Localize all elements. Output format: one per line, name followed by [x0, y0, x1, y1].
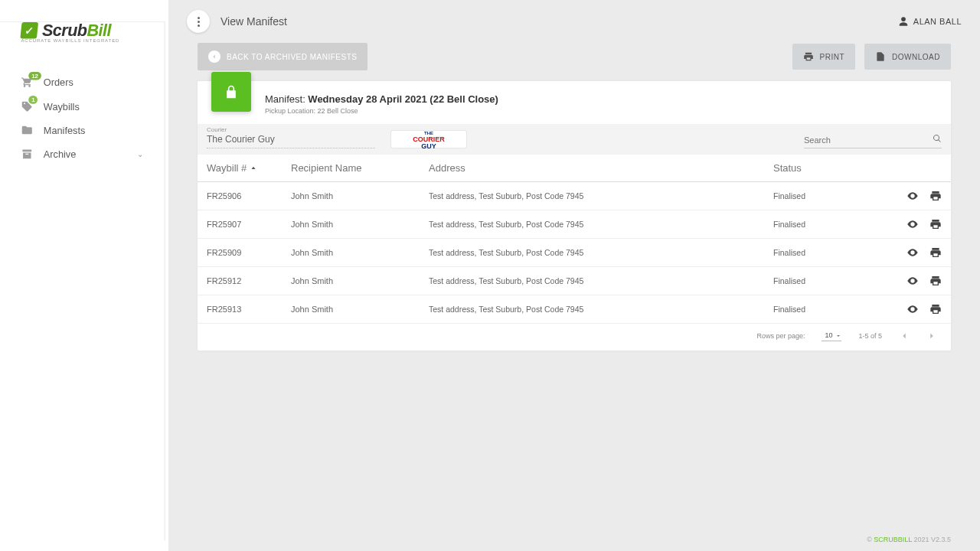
download-icon	[875, 51, 886, 62]
main: View Manifest ALAN BALL BACK TO ARCHIVED…	[168, 0, 980, 551]
table-row: FR25909John SmithTest address, Test Subu…	[198, 239, 951, 267]
logo-text: ScrubBill	[42, 21, 111, 40]
archive-icon	[21, 148, 33, 161]
cell-recipient: John Smith	[291, 305, 413, 314]
cell-address: Test address, Test Suburb, Post Code 794…	[413, 191, 773, 201]
print-icon[interactable]	[929, 275, 942, 287]
sidebar: ✓ ScrubBill ACCURATE WAYBILLS INTEGRATED…	[0, 21, 165, 540]
table-row: FR25907John SmithTest address, Test Subu…	[198, 210, 951, 239]
table-row: FR25912John SmithTest address, Test Subu…	[198, 267, 951, 295]
more-vertical-icon	[198, 17, 200, 27]
lock-icon	[211, 72, 251, 112]
print-button[interactable]: PRINT	[792, 44, 856, 70]
chevron-down-icon: ⌄	[137, 150, 143, 158]
person-icon	[898, 16, 909, 27]
action-row: BACK TO ARCHIVED MANIFESTS PRINT DOWNLOA…	[168, 43, 980, 81]
brand-logo: ✓ ScrubBill ACCURATE WAYBILLS INTEGRATED	[0, 21, 165, 55]
table-row: FR25913John SmithTest address, Test Subu…	[198, 295, 951, 324]
sidebar-item-archive[interactable]: Archive ⌄	[0, 142, 165, 166]
sidebar-item-label: Manifests	[44, 125, 86, 136]
cell-status: Finalised	[773, 191, 873, 201]
view-icon[interactable]	[906, 303, 919, 315]
col-status[interactable]: Status	[773, 162, 873, 174]
print-icon[interactable]	[929, 246, 942, 259]
view-icon[interactable]	[906, 246, 919, 259]
pager-range: 1-5 of 5	[858, 332, 882, 340]
topbar: View Manifest ALAN BALL	[168, 0, 980, 43]
pager-prev	[899, 331, 910, 341]
cell-recipient: John Smith	[291, 191, 413, 201]
manifest-title: Manifest: Wednesday 28 April 2021 (22 Be…	[265, 93, 498, 105]
print-icon[interactable]	[929, 218, 942, 230]
cell-status: Finalised	[773, 276, 873, 285]
pager-next	[926, 331, 937, 341]
cell-waybill: FR25909	[207, 248, 291, 257]
footer: © SCRUBBILL 2021 V2.3.5	[168, 528, 980, 551]
cell-address: Test address, Test Suburb, Post Code 794…	[413, 305, 773, 314]
back-button[interactable]: BACK TO ARCHIVED MANIFESTS	[198, 43, 368, 70]
cell-waybill: FR25913	[207, 305, 291, 314]
table-row: FR25906John SmithTest address, Test Subu…	[198, 182, 951, 210]
rows-per-page-select[interactable]: 10	[822, 330, 841, 341]
view-icon[interactable]	[906, 275, 919, 287]
view-icon[interactable]	[906, 218, 919, 230]
print-icon[interactable]	[929, 190, 942, 202]
courier-select[interactable]: Courier The Courier Guy	[207, 132, 375, 148]
cell-recipient: John Smith	[291, 220, 413, 229]
cell-recipient: John Smith	[291, 276, 413, 285]
folder-icon	[21, 124, 33, 136]
print-icon	[803, 51, 814, 62]
cell-status: Finalised	[773, 220, 873, 229]
cell-waybill: FR25912	[207, 276, 291, 285]
cell-status: Finalised	[773, 248, 873, 257]
view-icon[interactable]	[906, 190, 919, 202]
page-menu-button[interactable]	[187, 10, 210, 33]
search-input[interactable]	[804, 132, 942, 148]
col-recipient[interactable]: Recipient Name	[291, 162, 413, 174]
manifest-pickup: Pickup Location: 22 Bell Close	[265, 107, 498, 115]
manifest-card: Manifest: Wednesday 28 April 2021 (22 Be…	[198, 81, 951, 350]
orders-badge: 12	[28, 72, 41, 80]
cell-waybill: FR25906	[207, 191, 291, 201]
table-header: Waybill # Recipient Name Address Status	[198, 155, 951, 182]
sidebar-item-manifests[interactable]: Manifests	[0, 118, 165, 142]
cell-status: Finalised	[773, 305, 873, 314]
search-field[interactable]	[804, 132, 942, 148]
cell-waybill: FR25907	[207, 220, 291, 229]
col-address[interactable]: Address	[413, 162, 773, 174]
arrow-left-icon	[208, 51, 220, 63]
download-button[interactable]: DOWNLOAD	[864, 44, 951, 70]
sidebar-item-label: Waybills	[44, 100, 80, 112]
col-waybill[interactable]: Waybill #	[207, 162, 291, 174]
sidebar-item-label: Orders	[44, 77, 74, 88]
cell-address: Test address, Test Suburb, Post Code 794…	[413, 276, 773, 285]
filter-bar: Courier The Courier Guy THE COURIER GUY	[198, 124, 951, 155]
current-user[interactable]: ALAN BALL	[898, 16, 962, 27]
chevron-down-icon	[835, 333, 841, 339]
sort-asc-icon	[250, 165, 257, 173]
waybill-table: Waybill # Recipient Name Address Status …	[198, 155, 951, 324]
sidebar-item-orders[interactable]: 12 Orders	[0, 70, 165, 94]
cell-address: Test address, Test Suburb, Post Code 794…	[413, 248, 773, 257]
sidebar-item-label: Archive	[44, 148, 76, 160]
cell-recipient: John Smith	[291, 248, 413, 257]
courier-logo: THE COURIER GUY	[390, 130, 467, 148]
sidebar-item-waybills[interactable]: 1 Waybills	[0, 94, 165, 118]
print-icon[interactable]	[929, 303, 942, 315]
cell-address: Test address, Test Suburb, Post Code 794…	[413, 220, 773, 229]
page-title: View Manifest	[220, 15, 287, 28]
waybills-badge: 1	[28, 96, 38, 104]
logo-mark-icon: ✓	[20, 22, 38, 39]
pager-label: Rows per page:	[756, 332, 805, 340]
table-pager: Rows per page: 10 1-5 of 5	[198, 324, 951, 350]
brand-tagline: ACCURATE WAYBILLS INTEGRATED	[21, 39, 143, 44]
search-icon	[933, 134, 942, 143]
